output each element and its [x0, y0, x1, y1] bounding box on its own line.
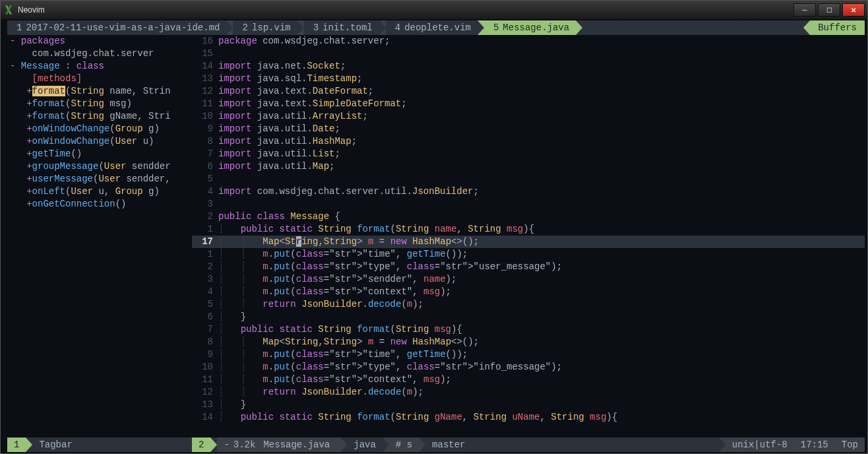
code-line[interactable]: 9┊ ┊ m.put(class="str">"time", getTime()… [192, 348, 865, 361]
code-line[interactable]: 3 [192, 198, 865, 211]
code-text[interactable]: import java.text.SimpleDateFormat; [218, 98, 865, 110]
tagbar-method[interactable]: +userMessage(User sendder, [10, 173, 189, 185]
code-text[interactable]: ┊ ┊ return JsonBuilder.decode(m); [218, 386, 865, 399]
code-line[interactable]: 2public class Message { [192, 211, 865, 223]
line-number: 2 [192, 211, 218, 223]
buffers-indicator[interactable]: Buffers [810, 20, 865, 35]
tagbar-packages[interactable]: - packages [10, 35, 189, 48]
tab-5-active[interactable]: 5Message.java [484, 20, 576, 35]
tagbar-method[interactable]: +onLeft(User u, Group g) [10, 185, 189, 198]
tagbar-method[interactable]: +onGetConnection() [10, 198, 189, 211]
close-button[interactable]: ✕ [842, 3, 865, 16]
tagbar-method[interactable]: +onWindowChange(User u) [10, 135, 189, 148]
code-line[interactable]: 3┊ ┊ m.put(class="str">"sendder", name); [192, 273, 865, 286]
code-line[interactable]: 15 [192, 48, 865, 60]
line-number: 3 [192, 198, 218, 211]
code-text[interactable] [218, 198, 865, 211]
tagbar-method[interactable]: +groupMessage(User sendder [10, 160, 189, 173]
code-text[interactable]: ┊ public static String format(String gNa… [218, 411, 865, 424]
neovim-icon [3, 5, 14, 15]
code-line[interactable]: 5 [192, 173, 865, 185]
minimize-button[interactable]: ─ [793, 3, 816, 16]
statusline-filetype: java [347, 438, 383, 452]
code-line[interactable]: 6import java.util.Map; [192, 160, 865, 173]
tagbar-class[interactable]: - Message : class [10, 60, 189, 73]
code-text[interactable]: import java.util.Date; [218, 123, 865, 135]
tagbar-method[interactable]: +format(String msg) [10, 98, 189, 110]
code-text[interactable]: import java.sql.Timestamp; [218, 73, 865, 85]
code-text[interactable]: ┊ ┊ m.put(class="str">"time", getTime())… [218, 248, 865, 261]
code-line[interactable]: 4import com.wsdjeg.chat.server.util.Json… [192, 185, 865, 198]
code-line[interactable]: 13┊ } [192, 399, 865, 411]
code-line[interactable]: 1┊ public static String format(String na… [192, 223, 865, 236]
code-line[interactable]: 6┊ } [192, 311, 865, 323]
maximize-button[interactable]: ☐ [818, 3, 840, 16]
line-number: 5 [192, 173, 218, 185]
code-line[interactable]: 14┊ public static String format(String g… [192, 411, 865, 424]
code-text[interactable]: ┊ ┊ m.put(class="str">"context", msg); [218, 373, 865, 386]
code-line[interactable]: 2┊ ┊ m.put(class="str">"type", class="st… [192, 261, 865, 273]
code-text[interactable]: import com.wsdjeg.chat.server.util.JsonB… [218, 185, 865, 198]
tab-4[interactable]: 4deoplete.vim [386, 20, 478, 35]
code-line[interactable]: 4┊ ┊ m.put(class="str">"context", msg); [192, 286, 865, 298]
code-text[interactable]: import java.util.ArrayList; [218, 110, 865, 123]
code-line[interactable]: 8┊ ┊ Map<String,String> m = new HashMap<… [192, 336, 865, 348]
code-text[interactable] [218, 173, 865, 185]
line-number: 15 [192, 48, 218, 60]
code-text[interactable]: import java.text.DateFormat; [218, 85, 865, 98]
code-text[interactable]: ┊ } [218, 399, 865, 411]
tagbar-method[interactable]: +onWindowChange(Group g) [10, 123, 189, 135]
tab-3[interactable]: 3init.toml [304, 20, 379, 35]
tagbar-method[interactable]: +getTime() [10, 148, 189, 160]
code-line[interactable]: 16package com.wsdjeg.chat.server; [192, 35, 865, 48]
tagbar-sidebar[interactable]: - packages com.wsdjeg.chat.server - Mess… [7, 35, 192, 438]
line-number: 4 [192, 185, 218, 198]
code-text[interactable]: ┊ ┊ m.put(class="str">"context", msg); [218, 286, 865, 298]
code-line[interactable]: 17┊ ┊ Map<String,String> m = new HashMap… [192, 236, 865, 248]
code-line[interactable]: 12import java.text.DateFormat; [192, 85, 865, 98]
code-text[interactable] [218, 48, 865, 60]
code-line[interactable]: 5┊ ┊ return JsonBuilder.decode(m); [192, 298, 865, 311]
code-text[interactable]: ┊ ┊ m.put(class="str">"type", class="str… [218, 261, 865, 273]
code-text[interactable]: ┊ public static String format(String nam… [218, 223, 865, 236]
code-line[interactable]: 7import java.util.List; [192, 148, 865, 160]
line-number: 7 [192, 323, 218, 336]
code-text[interactable]: public class Message { [218, 211, 865, 223]
statusline-git: # s [389, 438, 419, 452]
code-line[interactable]: 11import java.text.SimpleDateFormat; [192, 98, 865, 110]
code-line[interactable]: 10┊ ┊ m.put(class="str">"type", class="s… [192, 361, 865, 373]
code-text[interactable]: ┊ public static String format(String msg… [218, 323, 865, 336]
code-text[interactable]: import java.util.HashMap; [218, 135, 865, 148]
code-line[interactable]: 13import java.sql.Timestamp; [192, 73, 865, 85]
code-text[interactable]: import java.net.Socket; [218, 60, 865, 73]
code-line[interactable]: 8import java.util.HashMap; [192, 135, 865, 148]
line-number: 8 [192, 135, 218, 148]
code-text[interactable]: package com.wsdjeg.chat.server; [218, 35, 865, 48]
code-line[interactable]: 12┊ ┊ return JsonBuilder.decode(m); [192, 386, 865, 399]
statusline-left-title: Tagbar [32, 438, 78, 452]
code-text[interactable]: import java.util.Map; [218, 160, 865, 173]
tagbar-method[interactable]: +format(String gName, Stri [10, 110, 189, 123]
editor-pane[interactable]: 16package com.wsdjeg.chat.server;15 14im… [192, 35, 865, 438]
code-text[interactable]: ┊ ┊ Map<String,String> m = new HashMap<>… [218, 336, 865, 348]
tab-2[interactable]: 2lsp.vim [233, 20, 297, 35]
code-text[interactable]: ┊ ┊ Map<String,String> m = new HashMap<>… [218, 236, 865, 248]
code-line[interactable]: 1┊ ┊ m.put(class="str">"time", getTime()… [192, 248, 865, 261]
code-line[interactable]: 14import java.net.Socket; [192, 60, 865, 73]
code-text[interactable]: ┊ } [218, 311, 865, 323]
code-line[interactable]: 9import java.util.Date; [192, 123, 865, 135]
code-text[interactable]: ┊ ┊ m.put(class="str">"sendder", name); [218, 273, 865, 286]
code-line[interactable]: 10import java.util.ArrayList; [192, 110, 865, 123]
code-text[interactable]: ┊ ┊ m.put(class="str">"type", class="str… [218, 361, 865, 373]
code-text[interactable]: import java.util.List; [218, 148, 865, 160]
code-line[interactable]: 11┊ ┊ m.put(class="str">"context", msg); [192, 373, 865, 386]
line-number: 6 [192, 311, 218, 323]
tagbar-package-name[interactable]: com.wsdjeg.chat.server [10, 48, 189, 60]
tagbar-method[interactable]: +format(String name, Strin [10, 85, 189, 98]
tab-1[interactable]: 12017-02-11-use-vim-as-a-java-ide.md [7, 20, 226, 35]
code-text[interactable]: ┊ ┊ return JsonBuilder.decode(m); [218, 298, 865, 311]
code-text[interactable]: ┊ ┊ m.put(class="str">"time", getTime())… [218, 348, 865, 361]
code-line[interactable]: 7┊ public static String format(String ms… [192, 323, 865, 336]
line-number: 13 [192, 73, 218, 85]
line-number: 13 [192, 399, 218, 411]
